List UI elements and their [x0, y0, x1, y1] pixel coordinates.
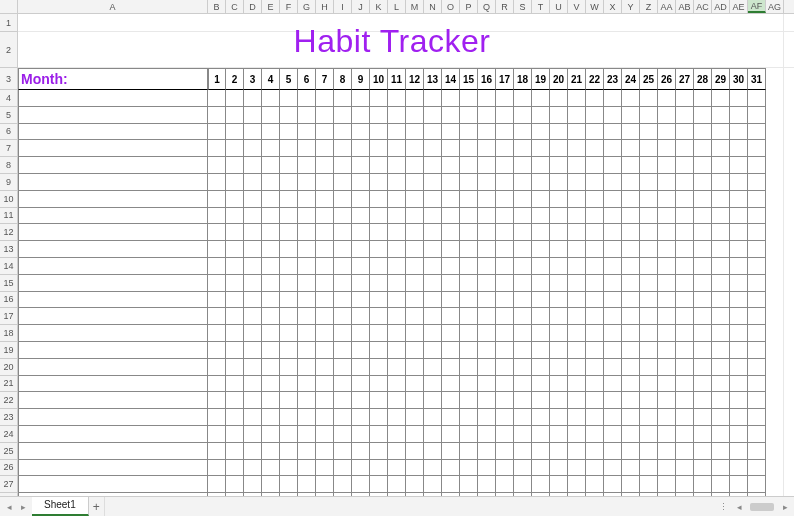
row-header-3[interactable]: 3: [0, 68, 17, 90]
tick-cell[interactable]: [388, 308, 406, 325]
tick-cell[interactable]: [622, 208, 640, 225]
tick-cell[interactable]: [676, 191, 694, 208]
day-header-9[interactable]: 9: [352, 68, 370, 90]
tick-cell[interactable]: [532, 241, 550, 258]
tick-cell[interactable]: [334, 191, 352, 208]
tick-cell[interactable]: [226, 443, 244, 460]
habit-name-cell[interactable]: [18, 292, 208, 309]
tick-cell[interactable]: [622, 124, 640, 141]
tick-cell[interactable]: [586, 258, 604, 275]
tick-cell[interactable]: [352, 241, 370, 258]
tick-cell[interactable]: [208, 157, 226, 174]
tick-cell[interactable]: [334, 107, 352, 124]
tick-cell[interactable]: [208, 426, 226, 443]
tick-cell[interactable]: [640, 359, 658, 376]
tick-cell[interactable]: [496, 325, 514, 342]
tick-cell[interactable]: [586, 191, 604, 208]
tick-cell[interactable]: [442, 460, 460, 477]
tick-cell[interactable]: [406, 90, 424, 107]
tick-cell[interactable]: [352, 258, 370, 275]
tick-cell[interactable]: [730, 174, 748, 191]
row-header-18[interactable]: 18: [0, 325, 17, 342]
tick-cell[interactable]: [748, 476, 766, 493]
tick-cell[interactable]: [640, 308, 658, 325]
tick-cell[interactable]: [442, 476, 460, 493]
tick-cell[interactable]: [514, 342, 532, 359]
row-header-17[interactable]: 17: [0, 308, 17, 325]
tick-cell[interactable]: [424, 241, 442, 258]
tick-cell[interactable]: [370, 359, 388, 376]
tick-cell[interactable]: [334, 292, 352, 309]
tick-cell[interactable]: [532, 275, 550, 292]
tick-cell[interactable]: [532, 124, 550, 141]
tick-cell[interactable]: [370, 308, 388, 325]
tick-cell[interactable]: [712, 443, 730, 460]
tick-cell[interactable]: [262, 275, 280, 292]
tick-cell[interactable]: [460, 443, 478, 460]
tick-cell[interactable]: [316, 191, 334, 208]
tick-cell[interactable]: [694, 426, 712, 443]
tick-cell[interactable]: [550, 258, 568, 275]
row-header-11[interactable]: 11: [0, 208, 17, 225]
tick-cell[interactable]: [730, 275, 748, 292]
tick-cell[interactable]: [550, 460, 568, 477]
tick-cell[interactable]: [568, 426, 586, 443]
tick-cell[interactable]: [622, 140, 640, 157]
tick-cell[interactable]: [532, 308, 550, 325]
column-header-C[interactable]: C: [226, 0, 244, 13]
tick-cell[interactable]: [226, 342, 244, 359]
tick-cell[interactable]: [334, 157, 352, 174]
tick-cell[interactable]: [460, 376, 478, 393]
tick-cell[interactable]: [298, 325, 316, 342]
habit-name-cell[interactable]: [18, 409, 208, 426]
tick-cell[interactable]: [604, 359, 622, 376]
tick-cell[interactable]: [280, 174, 298, 191]
tick-cell[interactable]: [658, 107, 676, 124]
tick-cell[interactable]: [496, 157, 514, 174]
tick-cell[interactable]: [748, 409, 766, 426]
tick-cell[interactable]: [262, 124, 280, 141]
tick-cell[interactable]: [352, 460, 370, 477]
tick-cell[interactable]: [478, 124, 496, 141]
tick-cell[interactable]: [406, 157, 424, 174]
tick-cell[interactable]: [604, 174, 622, 191]
tick-cell[interactable]: [496, 241, 514, 258]
tick-cell[interactable]: [478, 308, 496, 325]
tick-cell[interactable]: [370, 426, 388, 443]
tick-cell[interactable]: [532, 392, 550, 409]
tick-cell[interactable]: [532, 174, 550, 191]
habit-name-cell[interactable]: [18, 460, 208, 477]
tick-cell[interactable]: [280, 275, 298, 292]
tick-cell[interactable]: [478, 392, 496, 409]
tick-cell[interactable]: [640, 476, 658, 493]
tick-cell[interactable]: [748, 342, 766, 359]
tick-cell[interactable]: [262, 140, 280, 157]
day-header-17[interactable]: 17: [496, 68, 514, 90]
habit-name-cell[interactable]: [18, 308, 208, 325]
day-header-10[interactable]: 10: [370, 68, 388, 90]
tick-cell[interactable]: [712, 275, 730, 292]
tick-cell[interactable]: [442, 107, 460, 124]
tick-cell[interactable]: [748, 174, 766, 191]
tick-cell[interactable]: [442, 376, 460, 393]
tick-cell[interactable]: [280, 292, 298, 309]
tick-cell[interactable]: [658, 426, 676, 443]
tick-cell[interactable]: [280, 191, 298, 208]
tick-cell[interactable]: [604, 443, 622, 460]
tick-cell[interactable]: [730, 208, 748, 225]
row-header-6[interactable]: 6: [0, 124, 17, 141]
day-header-28[interactable]: 28: [694, 68, 712, 90]
tick-cell[interactable]: [478, 342, 496, 359]
tick-cell[interactable]: [262, 409, 280, 426]
tick-cell[interactable]: [316, 443, 334, 460]
tick-cell[interactable]: [388, 107, 406, 124]
tick-cell[interactable]: [658, 224, 676, 241]
tick-cell[interactable]: [622, 426, 640, 443]
tick-cell[interactable]: [244, 426, 262, 443]
tick-cell[interactable]: [388, 443, 406, 460]
tick-cell[interactable]: [514, 258, 532, 275]
tick-cell[interactable]: [262, 359, 280, 376]
tick-cell[interactable]: [496, 107, 514, 124]
tick-cell[interactable]: [460, 208, 478, 225]
tick-cell[interactable]: [352, 174, 370, 191]
